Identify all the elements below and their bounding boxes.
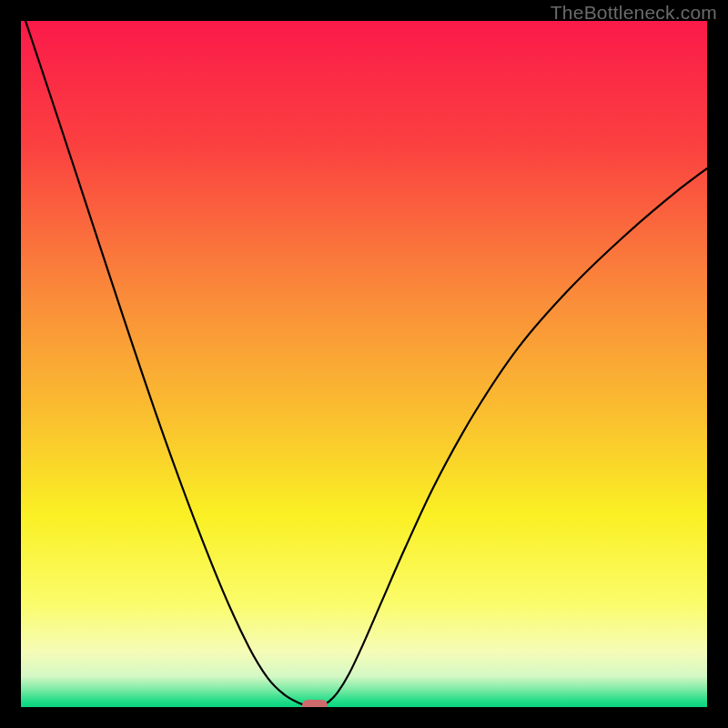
chart-frame: TheBottleneck.com — [0, 0, 728, 728]
bottleneck-curve — [21, 21, 707, 707]
minimum-marker — [302, 700, 328, 707]
curve-layer — [21, 21, 707, 707]
plot-area — [21, 21, 707, 707]
watermark-text: TheBottleneck.com — [551, 2, 717, 24]
